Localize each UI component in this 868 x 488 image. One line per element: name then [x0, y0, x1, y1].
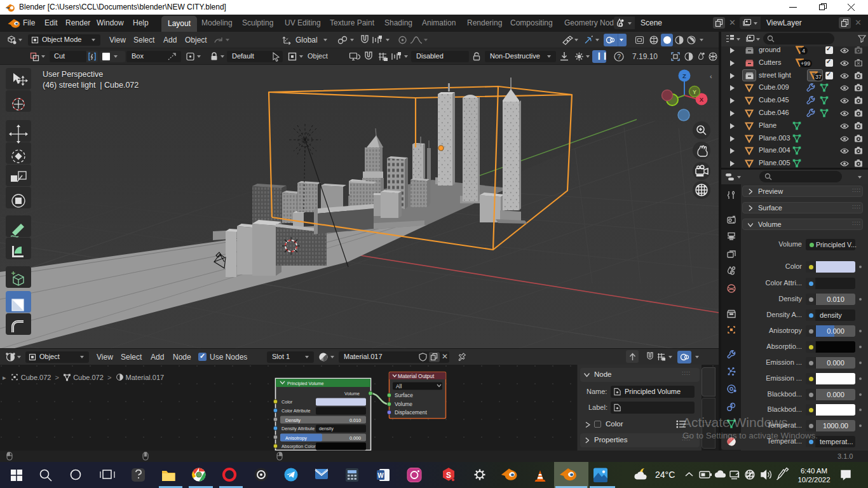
- svg-text:Absorption Color: Absorption Color: [281, 444, 316, 449]
- svg-text:All: All: [396, 383, 402, 390]
- svg-text:Surface: Surface: [395, 392, 413, 398]
- svg-text:W: W: [377, 472, 384, 479]
- svg-text:density: density: [319, 426, 334, 431]
- svg-text:Density: Density: [285, 417, 301, 423]
- svg-text:Y: Y: [693, 89, 696, 95]
- svg-text:6:40 AM: 6:40 AM: [801, 467, 827, 475]
- svg-text:Volume: Volume: [344, 391, 360, 396]
- svg-text:24°C: 24°C: [655, 470, 675, 480]
- svg-text:Anisotropy: Anisotropy: [285, 435, 307, 441]
- svg-text:Displacement: Displacement: [395, 409, 427, 416]
- svg-text:Color: Color: [281, 399, 293, 405]
- svg-text:S: S: [446, 471, 451, 480]
- svg-text:Z: Z: [682, 72, 686, 79]
- svg-text:Density Attribute: Density Attribute: [281, 426, 315, 431]
- svg-text:0.010: 0.010: [349, 417, 361, 423]
- svg-text:Material Output: Material Output: [398, 373, 435, 379]
- svg-text:10/2/2022: 10/2/2022: [797, 476, 830, 484]
- svg-text:Principled Volume: Principled Volume: [287, 381, 324, 386]
- svg-text:X: X: [700, 96, 704, 103]
- svg-text:?: ?: [617, 53, 621, 60]
- svg-text:Volume: Volume: [395, 401, 412, 407]
- svg-text:0.000: 0.000: [349, 435, 361, 441]
- svg-text:Color Attribute: Color Attribute: [281, 408, 311, 414]
